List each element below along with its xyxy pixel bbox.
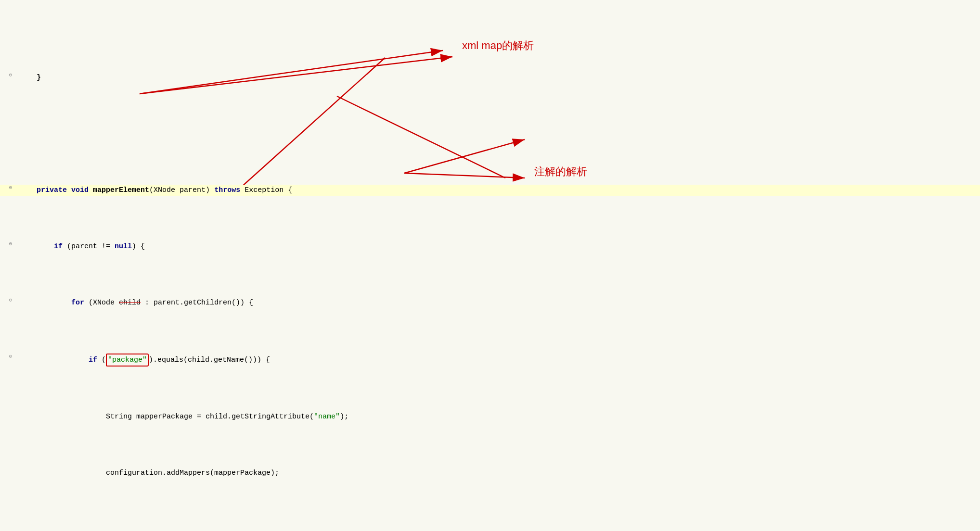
zhu-jie-annotation: 注解的解析 xyxy=(534,164,587,180)
fold-icon-6[interactable]: ⊖ xyxy=(7,354,14,360)
fold-icon-5[interactable]: ⊖ xyxy=(7,297,14,304)
svg-line-4 xyxy=(404,173,525,178)
fold-gutter: ⊖ xyxy=(4,72,17,79)
fold-icon-4[interactable]: ⊖ xyxy=(7,241,14,248)
fold-gutter-3: ⊖ xyxy=(4,185,17,191)
fold-icon-3[interactable]: ⊖ xyxy=(7,185,14,191)
code-text-7: String mapperPackage = child.getStringAt… xyxy=(19,411,980,422)
code-line-5: ⊖ for (XNode child : parent.getChildren(… xyxy=(0,297,980,309)
code-line-1: ⊖ } xyxy=(0,72,980,84)
code-line-3: ⊖ private void mapperElement(XNode paren… xyxy=(0,185,980,196)
code-text-5: for (XNode child : parent.getChildren())… xyxy=(19,297,980,308)
code-line-7: String mapperPackage = child.getStringAt… xyxy=(0,411,980,423)
code-line-4: ⊖ if (parent != null) { xyxy=(0,241,980,253)
fold-gutter-4: ⊖ xyxy=(4,241,17,248)
code-text-3: private void mapperElement(XNode parent)… xyxy=(19,185,980,196)
fold-gutter-5: ⊖ xyxy=(4,297,17,304)
code-line-6: ⊖ if ("package").equals(child.getName())… xyxy=(0,354,980,367)
code-text: } xyxy=(19,72,980,83)
code-container: ⊖ } ⊖ private void mapperElement(XNode p… xyxy=(0,0,980,531)
code-text-9 xyxy=(19,524,980,531)
fold-gutter-6: ⊖ xyxy=(4,354,17,360)
code-text-2 xyxy=(19,128,980,139)
code-line-9 xyxy=(0,524,980,531)
xml-map-annotation: xml map的解析 xyxy=(462,38,534,54)
fold-icon[interactable]: ⊖ xyxy=(7,72,14,79)
svg-line-3 xyxy=(404,139,525,173)
code-line-8: configuration.addMappers(mapperPackage); xyxy=(0,468,980,479)
code-line-2 xyxy=(0,128,980,140)
code-text-6: if ("package").equals(child.getName())) … xyxy=(19,354,980,367)
code-text-4: if (parent != null) { xyxy=(19,241,980,252)
code-text-8: configuration.addMappers(mapperPackage); xyxy=(19,468,980,479)
